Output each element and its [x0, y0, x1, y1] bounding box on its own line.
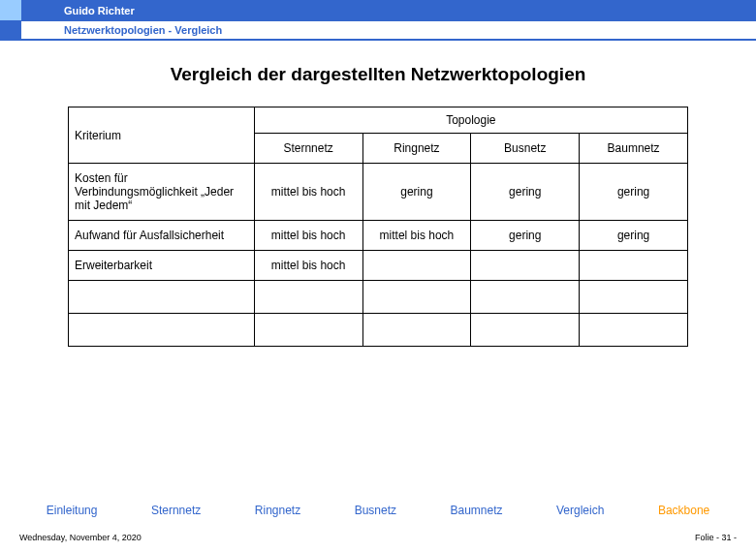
- value-cell: [254, 314, 362, 347]
- author-name: Guido Richter: [64, 5, 135, 16]
- topology-header: Topologie: [254, 107, 687, 134]
- criterion-cell: [69, 314, 255, 347]
- value-cell: [471, 281, 580, 314]
- value-cell: [362, 314, 471, 347]
- accent-square-light: [0, 0, 21, 21]
- value-cell: [254, 281, 362, 314]
- subtitle-bar: Netzwerktopologien - Vergleich: [0, 21, 756, 41]
- table-row: [69, 314, 688, 347]
- bottom-nav: Einleitung Sternnetz Ringnetz Busnetz Ba…: [0, 504, 756, 517]
- value-cell: gering: [580, 221, 688, 251]
- criterion-header: Kriterium: [69, 107, 255, 164]
- nav-einleitung[interactable]: Einleitung: [47, 504, 98, 517]
- nav-vergleich[interactable]: Vergleich: [556, 504, 604, 517]
- col-busnetz: Busnetz: [471, 134, 580, 164]
- footer: Wednesday, November 4, 2020 Folie - 31 -: [0, 533, 756, 542]
- value-cell: [362, 281, 471, 314]
- nav-sternnetz[interactable]: Sternnetz: [151, 504, 201, 517]
- comparison-table: Kriterium Topologie Sternnetz Ringnetz B…: [68, 107, 688, 347]
- author-bar: Guido Richter: [0, 0, 756, 21]
- table-row: Aufwand für Ausfallsicherheit mittel bis…: [69, 221, 688, 251]
- nav-ringnetz[interactable]: Ringnetz: [255, 504, 300, 517]
- value-cell: mittel bis hoch: [254, 164, 362, 221]
- col-baumnetz: Baumnetz: [580, 134, 688, 164]
- footer-date: Wednesday, November 4, 2020: [19, 533, 142, 542]
- criterion-cell: Erweiterbarkeit: [69, 251, 255, 281]
- col-ringnetz: Ringnetz: [362, 134, 471, 164]
- col-sternnetz: Sternnetz: [254, 134, 362, 164]
- value-cell: mittel bis hoch: [254, 221, 362, 251]
- value-cell: gering: [580, 164, 688, 221]
- value-cell: [471, 251, 580, 281]
- value-cell: gering: [362, 164, 471, 221]
- value-cell: gering: [471, 164, 580, 221]
- slide-subtitle: Netzwerktopologien - Vergleich: [64, 24, 222, 36]
- value-cell: [580, 281, 688, 314]
- value-cell: gering: [471, 221, 580, 251]
- value-cell: [580, 251, 688, 281]
- table-row: Erweiterbarkeit mittel bis hoch: [69, 251, 688, 281]
- accent-square-dark: [0, 20, 21, 40]
- header-band: Guido Richter Netzwerktopologien - Vergl…: [0, 0, 756, 41]
- nav-busnetz[interactable]: Busnetz: [355, 504, 396, 517]
- value-cell: [471, 314, 580, 347]
- nav-backbone[interactable]: Backbone: [658, 504, 709, 517]
- page-title: Vergleich der dargestellten Netzwerktopo…: [29, 64, 727, 85]
- value-cell: [580, 314, 688, 347]
- nav-baumnetz[interactable]: Baumnetz: [451, 504, 503, 517]
- table-row: [69, 281, 688, 314]
- criterion-cell: Aufwand für Ausfallsicherheit: [69, 221, 255, 251]
- table-row: Kosten für Verbindungsmöglichkeit „Jeder…: [69, 164, 688, 221]
- value-cell: mittel bis hoch: [362, 221, 471, 251]
- footer-page: Folie - 31 -: [695, 533, 737, 542]
- value-cell: mittel bis hoch: [254, 251, 362, 281]
- value-cell: [362, 251, 471, 281]
- criterion-cell: Kosten für Verbindungsmöglichkeit „Jeder…: [69, 164, 255, 221]
- criterion-cell: [69, 281, 255, 314]
